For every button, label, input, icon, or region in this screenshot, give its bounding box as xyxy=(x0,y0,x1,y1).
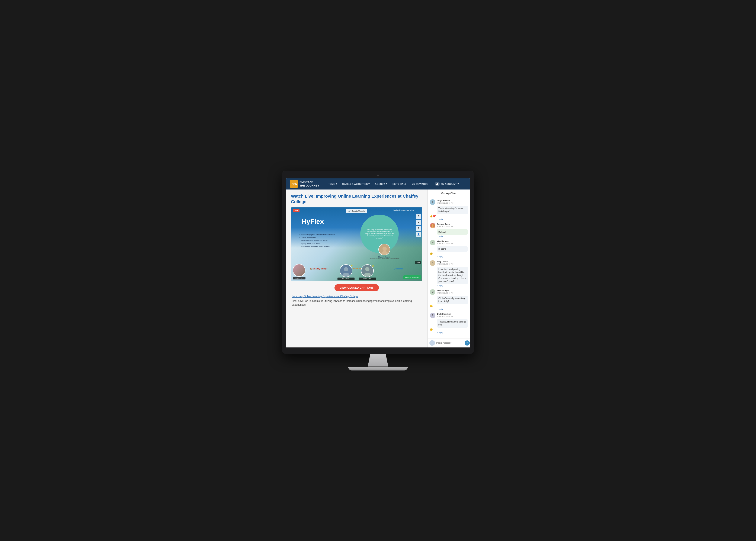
chat-messages: T Tonya Bennett 07/14/2022, 12:58 PM Tha… xyxy=(428,197,470,338)
chevron-down-icon: ▾ xyxy=(368,183,370,185)
kelly-timestamp: 07/14/2022, 01:08 PM xyxy=(437,263,454,265)
cc-button-container: VIEW CLOSED CAPTIONS xyxy=(291,284,422,291)
chat-message-6: E Emily Davidson 07/14/2022, 01:08 PM Th… xyxy=(430,313,468,333)
jennifer-bubble: HELLO! xyxy=(437,229,468,235)
msg-header-1: T Tonya Bennett 07/14/2022, 12:58 PM xyxy=(430,199,468,205)
mike-sender-2: Mike Springer xyxy=(437,289,454,292)
jennifer-avatar xyxy=(430,223,435,228)
svg-point-10 xyxy=(365,267,369,271)
chevron-down-icon: ▾ xyxy=(458,183,459,185)
mike-avatar-1: M xyxy=(430,240,435,245)
rob-thumbnail: ★ xyxy=(337,264,355,280)
nav-rewards[interactable]: MY REWARDS xyxy=(410,182,431,187)
chevron-down-icon: ▾ xyxy=(386,183,387,185)
mike-timestamp-1: 07/14/2022, 01:07 PM xyxy=(437,243,454,245)
mike-emojis-1: 😊 xyxy=(430,253,468,255)
kelly-bubble: I love the idea f placing bubbles in sea… xyxy=(437,267,468,284)
bullet-1: Embracing HyFlex = Post Pandemic Normal xyxy=(301,233,335,236)
closed-captions-button[interactable]: VIEW CLOSED CAPTIONS xyxy=(334,284,379,291)
sharing-badge: Heather Hodgson is sharing xyxy=(393,209,414,211)
svg-point-7 xyxy=(344,267,348,271)
jennifer-meta: Jennifer Serra 07/14/2022, 01:07 PM xyxy=(437,223,454,228)
kelly-meta: Kelly Larson 07/14/2022, 01:08 PM xyxy=(437,261,454,265)
video-controls: ⚙ + ? 👤 xyxy=(416,214,421,237)
logo-text: EMBRACE THE JOURNEY xyxy=(299,181,319,187)
mike-sender-1: Mike Springer xyxy=(437,240,454,243)
svg-point-13 xyxy=(432,224,433,226)
chat-message-5: M Mike Springer 07/14/2022, 01:08 PM Oh … xyxy=(430,289,468,310)
speaker-avatar xyxy=(378,244,390,256)
quality-badge: 100% xyxy=(415,261,421,264)
tanya-sender: Tonya Bennett xyxy=(437,200,454,202)
mike-reply-1[interactable]: ↩ reply xyxy=(437,256,468,258)
bullet-4: Spring 2022 – Fall 2022 xyxy=(301,243,335,245)
nav-account[interactable]: MY ACCOUNT ▾ xyxy=(435,182,459,186)
msg-header-4: K Kelly Larson 07/14/2022, 01:08 PM xyxy=(430,260,468,266)
become-speaker-button[interactable]: Become a speaker xyxy=(403,275,421,279)
volume-icon: 🔊 xyxy=(348,210,351,212)
screen: ICON EMBRACE THE JOURNEY HOME ▾ xyxy=(286,179,470,347)
live-badge: LIVE xyxy=(293,209,299,212)
monitor-stand-neck xyxy=(365,354,391,367)
chat-message-4: K Kelly Larson 07/14/2022, 01:08 PM I lo… xyxy=(430,260,468,287)
help-icon[interactable]: ? xyxy=(416,226,421,231)
emily-sender: Emily Davidson xyxy=(437,313,454,315)
msg-header-6: E Emily Davidson 07/14/2022, 01:08 PM xyxy=(430,313,468,318)
svg-point-4 xyxy=(382,247,387,251)
page-title: Watch Live: Improving Online Learning Ex… xyxy=(291,193,422,205)
emily-emojis: 😊 xyxy=(430,328,468,331)
unmute-button[interactable]: 🔊 Click to Unmute xyxy=(346,209,367,213)
video-description: Improving Online Learning Experiences at… xyxy=(291,295,422,307)
tanya-bubble: That's interesting "a virtual first desi… xyxy=(437,206,468,214)
logo-chaffey: 🏫 Chaffey College xyxy=(310,267,328,271)
video-inner: HyFlex Embracing HyFlex = Post Pandemic … xyxy=(291,208,422,281)
chat-message-3: M Mike Springer 07/14/2022, 01:07 PM Hi … xyxy=(430,240,468,258)
send-button[interactable]: ✈ xyxy=(465,340,470,345)
chat-message-2: Jennifer Serra 07/14/2022, 01:07 PM HELL… xyxy=(430,223,468,237)
input-avatar xyxy=(429,340,435,346)
mike-bubble-1: Hi there! xyxy=(437,246,468,252)
emily-reply[interactable]: ↩ reply xyxy=(437,331,468,333)
mike-avatar-2: M xyxy=(430,289,435,295)
nav-games[interactable]: GAMES & ACTIVITIES ▾ xyxy=(340,181,372,187)
msg-header-3: M Mike Springer 07/14/2022, 01:07 PM xyxy=(430,240,468,245)
jennifer-reply[interactable]: ↩ reply xyxy=(437,235,468,237)
speakers-bottom: ★ xyxy=(337,264,376,280)
bullet-3: Value-add for in person and virtual xyxy=(301,240,335,243)
plus-icon[interactable]: + xyxy=(416,220,421,225)
heather-avatar xyxy=(293,264,305,277)
star-icon: ★ xyxy=(350,264,353,267)
monitor-stand-base xyxy=(348,367,408,370)
message-input[interactable] xyxy=(436,342,463,344)
eddie-thumbnail: ★ xyxy=(359,264,376,280)
settings-icon[interactable]: ⚙ xyxy=(416,214,421,219)
tanya-reply[interactable]: ↩ reply xyxy=(437,218,468,220)
nav-agenda[interactable]: AGENDA ▾ xyxy=(373,181,390,187)
mike-reply-2[interactable]: ↩ reply xyxy=(437,308,468,310)
svg-text:ICON: ICON xyxy=(291,183,297,186)
jennifer-timestamp: 07/14/2022, 01:07 PM xyxy=(437,226,454,228)
chat-action-buttons: ✈ 😊 💬 xyxy=(465,340,470,345)
bullet-2: Allows for flexibility xyxy=(301,236,335,239)
kelly-avatar: K xyxy=(430,260,435,266)
mike-bubble-2: Oh that's a really interesting idea, Kel… xyxy=(437,296,468,304)
monitor: ICON EMBRACE THE JOURNEY HOME ▾ xyxy=(282,171,474,370)
video-player[interactable]: HyFlex Embracing HyFlex = Post Pandemic … xyxy=(291,208,422,281)
kelly-reply[interactable]: ↩ reply xyxy=(437,284,468,287)
person-icon[interactable]: 👤 xyxy=(416,232,421,237)
mike-meta-2: Mike Springer 07/14/2022, 01:08 PM xyxy=(437,289,454,294)
kelly-sender: Kelly Larson xyxy=(437,261,454,263)
content-area: Watch Live: Improving Online Learning Ex… xyxy=(286,190,470,347)
heather-name: Heather H... xyxy=(293,277,305,279)
main-content: Watch Live: Improving Online Learning Ex… xyxy=(286,190,427,347)
mike-emojis-2: 😊 xyxy=(430,305,468,307)
tanya-avatar: T xyxy=(430,199,435,205)
rob-name: Rob Rundq... xyxy=(337,277,355,280)
video-link[interactable]: Improving Online Learning Experiences at… xyxy=(292,295,422,298)
logo-area: ICON EMBRACE THE JOURNEY xyxy=(290,180,319,188)
nav-home[interactable]: HOME ▾ xyxy=(326,181,339,187)
mike-timestamp-2: 07/14/2022, 01:08 PM xyxy=(437,292,454,294)
star-icon-2: ★ xyxy=(372,264,374,267)
heather-thumbnail: Heather H... xyxy=(293,264,305,279)
nav-expo[interactable]: EXPO HALL xyxy=(390,182,409,187)
